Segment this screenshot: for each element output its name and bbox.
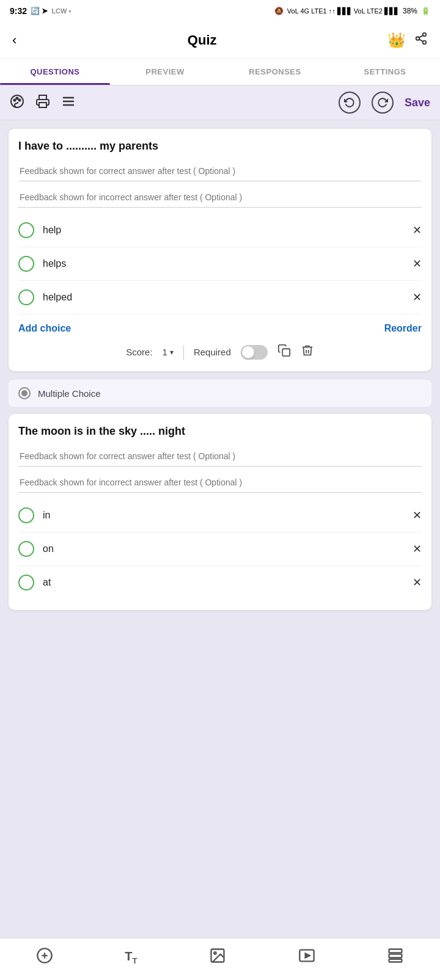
status-bar: 9:32 🔄 ➤ LCW • 🔕 VoL 4G LTE1 ↑↑ ▋▋▋ VoL … bbox=[0, 0, 440, 22]
choice-radio-q2-3[interactable] bbox=[18, 575, 34, 590]
question-card-1: I have to .......... my parents help ✕ h… bbox=[9, 129, 431, 371]
status-time: 9:32 🔄 ➤ LCW • bbox=[10, 6, 71, 16]
feedback-correct-1[interactable] bbox=[18, 161, 422, 181]
choice-row: at ✕ bbox=[18, 566, 422, 599]
choice-remove-3[interactable]: ✕ bbox=[413, 291, 422, 304]
choice-label-3: helped bbox=[43, 292, 404, 303]
choice-radio-1[interactable] bbox=[18, 222, 34, 238]
mute-icon: 🔕 bbox=[274, 7, 284, 15]
choice-row: on ✕ bbox=[18, 532, 422, 566]
choice-remove-q2-3[interactable]: ✕ bbox=[413, 576, 422, 589]
choice-radio-3[interactable] bbox=[18, 289, 34, 305]
feedback-incorrect-2[interactable] bbox=[18, 473, 422, 493]
section-icon[interactable] bbox=[387, 947, 404, 968]
reorder-button-1[interactable]: Reorder bbox=[384, 323, 422, 334]
choice-row: help ✕ bbox=[18, 214, 422, 247]
choice-label-q2-1: in bbox=[43, 510, 404, 521]
crown-icon[interactable]: 👑 bbox=[387, 32, 406, 49]
editor-toolbar: Save bbox=[0, 85, 440, 120]
network-info: VoL 4G LTE1 ↑↑ ▋▋▋ VoL LTE2 ▋▋▋ bbox=[287, 7, 399, 15]
choice-label-1: help bbox=[43, 225, 404, 236]
required-label-1: Required bbox=[194, 347, 231, 357]
choice-label-q2-3: at bbox=[43, 577, 404, 588]
tab-preview[interactable]: PREVIEW bbox=[110, 59, 220, 85]
question-1-text: I have to .......... my parents bbox=[18, 140, 422, 153]
video-icon[interactable] bbox=[298, 947, 315, 968]
svg-point-6 bbox=[14, 99, 16, 101]
type-radio-inner bbox=[21, 390, 28, 396]
copy-icon-1[interactable] bbox=[277, 344, 291, 360]
question-type-label: Multiple Choice bbox=[38, 388, 101, 399]
svg-line-4 bbox=[419, 35, 423, 37]
svg-rect-13 bbox=[282, 349, 290, 356]
image-icon[interactable] bbox=[209, 947, 226, 968]
tab-questions[interactable]: QUESTIONS bbox=[0, 59, 110, 85]
choice-row: in ✕ bbox=[18, 499, 422, 532]
score-label-1: Score: bbox=[126, 347, 152, 357]
status-right-icons: 🔕 VoL 4G LTE1 ↑↑ ▋▋▋ VoL LTE2 ▋▋▋ 38% 🔋 bbox=[274, 7, 430, 15]
page-title: Quiz bbox=[16, 32, 387, 48]
question-2-text: The moon is in the sky ..... night bbox=[18, 425, 422, 438]
menu-icon[interactable] bbox=[61, 94, 76, 112]
back-button[interactable]: ‹ bbox=[12, 32, 16, 48]
choice-radio-q2-1[interactable] bbox=[18, 507, 34, 523]
score-row-1: Score: 1 ▾ Required bbox=[18, 338, 422, 360]
header: ‹ Quiz 👑 bbox=[0, 22, 440, 59]
lcw-label: LCW • bbox=[51, 7, 71, 15]
score-number-1: 1 bbox=[163, 347, 167, 357]
question-type-selector[interactable]: Multiple Choice bbox=[9, 380, 431, 407]
svg-point-7 bbox=[16, 97, 18, 99]
choice-label-q2-2: on bbox=[43, 543, 404, 554]
choice-radio-2[interactable] bbox=[18, 256, 34, 272]
svg-line-3 bbox=[419, 39, 423, 42]
save-button[interactable]: Save bbox=[405, 96, 430, 109]
choice-remove-2[interactable]: ✕ bbox=[413, 257, 422, 270]
toggle-knob-1 bbox=[242, 346, 254, 358]
text-format-icon[interactable]: TT bbox=[125, 949, 137, 965]
question-card-2: The moon is in the sky ..... night in ✕ … bbox=[9, 414, 431, 610]
tab-settings[interactable]: SETTINGS bbox=[330, 59, 440, 85]
delete-icon-1[interactable] bbox=[301, 344, 314, 360]
header-actions: 👑 bbox=[387, 32, 428, 49]
choice-label-2: helps bbox=[43, 258, 404, 269]
svg-point-8 bbox=[19, 99, 21, 101]
battery-display: 38% bbox=[403, 7, 417, 15]
undo-button[interactable] bbox=[339, 92, 361, 114]
bottom-toolbar: TT bbox=[0, 938, 440, 980]
battery-icon: 🔋 bbox=[421, 7, 430, 15]
redo-button[interactable] bbox=[372, 92, 394, 114]
choice-row: helps ✕ bbox=[18, 247, 422, 281]
choice-radio-q2-2[interactable] bbox=[18, 541, 34, 557]
svg-point-18 bbox=[214, 952, 216, 954]
add-question-button[interactable] bbox=[36, 947, 53, 968]
choice-remove-1[interactable]: ✕ bbox=[413, 223, 422, 237]
add-choice-button-1[interactable]: Add choice bbox=[18, 323, 71, 334]
svg-rect-9 bbox=[39, 103, 46, 107]
choice-remove-q2-2[interactable]: ✕ bbox=[413, 542, 422, 556]
palette-icon[interactable] bbox=[10, 94, 24, 112]
type-radio-icon bbox=[18, 387, 31, 399]
svg-rect-22 bbox=[389, 954, 402, 958]
required-toggle-1[interactable] bbox=[241, 345, 268, 360]
tab-responses[interactable]: RESPONSES bbox=[220, 59, 330, 85]
choice-row: helped ✕ bbox=[18, 281, 422, 314]
svg-rect-21 bbox=[389, 949, 402, 953]
content-area: I have to .......... my parents help ✕ h… bbox=[0, 120, 440, 680]
feedback-incorrect-1[interactable] bbox=[18, 187, 422, 208]
print-icon[interactable] bbox=[35, 94, 50, 112]
svg-rect-23 bbox=[389, 959, 402, 962]
divider-1 bbox=[183, 345, 184, 360]
tabs: QUESTIONS PREVIEW RESPONSES SETTINGS bbox=[0, 59, 440, 85]
feedback-correct-2[interactable] bbox=[18, 446, 422, 466]
share-icon[interactable] bbox=[414, 32, 428, 49]
svg-marker-20 bbox=[305, 954, 309, 958]
card-actions-1: Add choice Reorder bbox=[18, 314, 422, 338]
status-icons: 🔄 ➤ bbox=[31, 7, 48, 15]
choice-remove-q2-1[interactable]: ✕ bbox=[413, 509, 422, 522]
score-dropdown-arrow-1[interactable]: ▾ bbox=[170, 348, 174, 357]
time-display: 9:32 bbox=[10, 6, 27, 16]
score-value-1[interactable]: 1 ▾ bbox=[163, 347, 174, 357]
